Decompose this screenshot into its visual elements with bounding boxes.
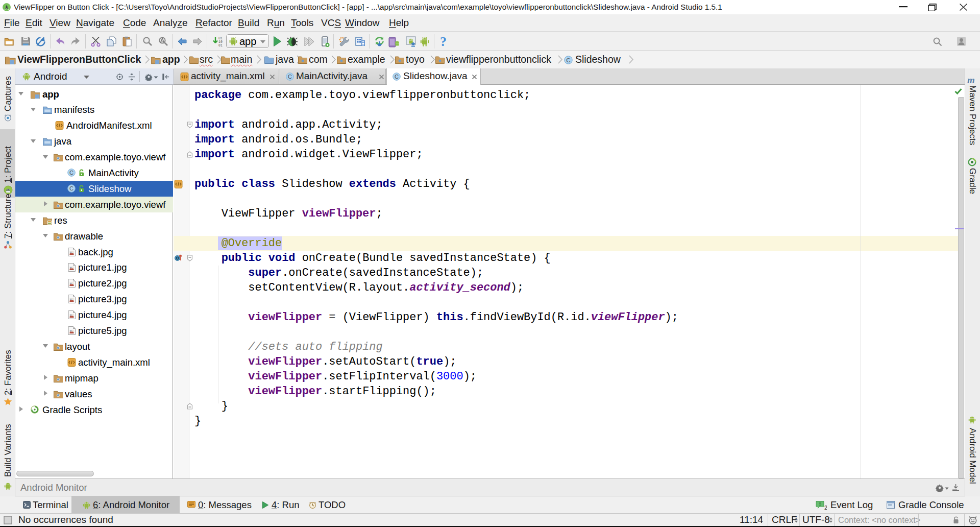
svg-text:C: C xyxy=(566,57,570,63)
svg-text:10: 10 xyxy=(218,40,223,44)
svg-text:01: 01 xyxy=(218,37,223,40)
svg-text:2: 2 xyxy=(824,505,827,510)
svg-text:01: 01 xyxy=(218,44,223,47)
